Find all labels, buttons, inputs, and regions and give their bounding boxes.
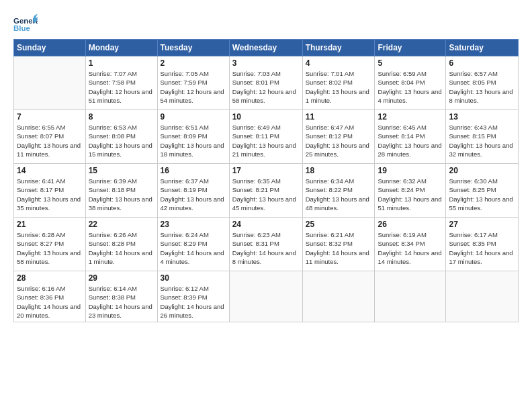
calendar-cell: 27Sunrise: 6:17 AMSunset: 8:35 PMDayligh… (446, 218, 519, 271)
calendar-cell: 8Sunrise: 6:53 AMSunset: 8:08 PMDaylight… (85, 110, 157, 164)
calendar-cell: 15Sunrise: 6:39 AMSunset: 8:18 PMDayligh… (85, 164, 157, 218)
day-number: 26 (378, 220, 443, 229)
calendar-week-2: 7Sunrise: 6:55 AMSunset: 8:07 PMDaylight… (14, 110, 519, 164)
day-number: 24 (232, 220, 300, 229)
day-number: 9 (161, 112, 226, 122)
calendar-cell: 24Sunrise: 6:23 AMSunset: 8:31 PMDayligh… (229, 218, 302, 271)
calendar-cell (446, 271, 519, 322)
calendar-header-sunday: Sunday (14, 40, 86, 56)
day-number: 23 (161, 220, 226, 229)
calendar-week-3: 14Sunrise: 6:41 AMSunset: 8:17 PMDayligh… (14, 164, 519, 218)
calendar-cell: 26Sunrise: 6:19 AMSunset: 8:34 PMDayligh… (375, 218, 446, 271)
calendar-header-saturday: Saturday (446, 40, 519, 56)
calendar-cell (14, 56, 86, 110)
logo-icon: General Blue (13, 13, 38, 34)
day-info: Sunrise: 6:51 AMSunset: 8:09 PMDaylight:… (161, 123, 226, 158)
calendar-cell: 7Sunrise: 6:55 AMSunset: 8:07 PMDaylight… (14, 110, 86, 164)
day-number: 8 (89, 112, 154, 122)
calendar-cell: 5Sunrise: 6:59 AMSunset: 8:04 PMDaylight… (375, 56, 446, 110)
calendar-cell: 9Sunrise: 6:51 AMSunset: 8:09 PMDaylight… (157, 110, 229, 164)
day-info: Sunrise: 6:32 AMSunset: 8:24 PMDaylight:… (378, 177, 443, 212)
calendar-cell: 19Sunrise: 6:32 AMSunset: 8:24 PMDayligh… (375, 164, 446, 218)
day-number: 3 (232, 58, 300, 68)
calendar-week-4: 21Sunrise: 6:28 AMSunset: 8:27 PMDayligh… (14, 218, 519, 271)
calendar-cell: 21Sunrise: 6:28 AMSunset: 8:27 PMDayligh… (14, 218, 86, 271)
day-info: Sunrise: 6:57 AMSunset: 8:05 PMDaylight:… (449, 69, 515, 105)
day-number: 1 (89, 58, 154, 68)
day-info: Sunrise: 7:05 AMSunset: 7:59 PMDaylight:… (161, 69, 226, 105)
day-number: 25 (306, 220, 372, 229)
day-number: 27 (449, 220, 515, 229)
day-info: Sunrise: 6:30 AMSunset: 8:25 PMDaylight:… (449, 177, 515, 212)
calendar-cell: 3Sunrise: 7:03 AMSunset: 8:01 PMDaylight… (229, 56, 302, 110)
day-info: Sunrise: 6:14 AMSunset: 8:38 PMDaylight:… (89, 284, 154, 320)
calendar-cell: 16Sunrise: 6:37 AMSunset: 8:19 PMDayligh… (157, 164, 229, 218)
calendar-cell: 25Sunrise: 6:21 AMSunset: 8:32 PMDayligh… (302, 218, 375, 271)
day-info: Sunrise: 6:47 AMSunset: 8:12 PMDaylight:… (306, 123, 372, 158)
day-info: Sunrise: 6:59 AMSunset: 8:04 PMDaylight:… (378, 69, 443, 105)
calendar-header-row: SundayMondayTuesdayWednesdayThursdayFrid… (14, 40, 519, 56)
day-info: Sunrise: 6:35 AMSunset: 8:21 PMDaylight:… (232, 177, 300, 212)
calendar: SundayMondayTuesdayWednesdayThursdayFrid… (13, 39, 519, 322)
calendar-cell: 4Sunrise: 7:01 AMSunset: 8:02 PMDaylight… (302, 56, 375, 110)
day-number: 5 (378, 58, 443, 68)
svg-text:Blue: Blue (13, 24, 30, 32)
day-info: Sunrise: 6:37 AMSunset: 8:19 PMDaylight:… (161, 177, 226, 212)
logo: General Blue (13, 13, 38, 34)
day-number: 16 (161, 166, 226, 175)
calendar-header-tuesday: Tuesday (157, 40, 229, 56)
day-info: Sunrise: 6:21 AMSunset: 8:32 PMDaylight:… (306, 230, 372, 266)
day-number: 7 (17, 112, 83, 122)
day-info: Sunrise: 6:12 AMSunset: 8:39 PMDaylight:… (161, 284, 226, 320)
day-info: Sunrise: 6:23 AMSunset: 8:31 PMDaylight:… (232, 230, 300, 266)
day-info: Sunrise: 6:19 AMSunset: 8:34 PMDaylight:… (378, 230, 443, 266)
calendar-cell: 13Sunrise: 6:43 AMSunset: 8:15 PMDayligh… (446, 110, 519, 164)
calendar-cell (302, 271, 375, 322)
day-number: 17 (232, 166, 300, 175)
day-info: Sunrise: 6:45 AMSunset: 8:14 PMDaylight:… (378, 123, 443, 158)
calendar-header-monday: Monday (85, 40, 157, 56)
day-info: Sunrise: 6:55 AMSunset: 8:07 PMDaylight:… (17, 123, 83, 158)
calendar-cell: 30Sunrise: 6:12 AMSunset: 8:39 PMDayligh… (157, 271, 229, 322)
day-number: 29 (89, 273, 154, 283)
calendar-cell: 23Sunrise: 6:24 AMSunset: 8:29 PMDayligh… (157, 218, 229, 271)
calendar-cell: 10Sunrise: 6:49 AMSunset: 8:11 PMDayligh… (229, 110, 302, 164)
calendar-cell: 18Sunrise: 6:34 AMSunset: 8:22 PMDayligh… (302, 164, 375, 218)
calendar-header-wednesday: Wednesday (229, 40, 302, 56)
header: General Blue (13, 13, 519, 34)
day-number: 22 (89, 220, 154, 229)
day-info: Sunrise: 6:53 AMSunset: 8:08 PMDaylight:… (89, 123, 154, 158)
day-info: Sunrise: 6:28 AMSunset: 8:27 PMDaylight:… (17, 230, 83, 266)
day-number: 2 (161, 58, 226, 68)
day-info: Sunrise: 7:01 AMSunset: 8:02 PMDaylight:… (306, 69, 372, 105)
day-info: Sunrise: 6:41 AMSunset: 8:17 PMDaylight:… (17, 177, 83, 212)
calendar-header-thursday: Thursday (302, 40, 375, 56)
day-number: 6 (449, 58, 515, 68)
calendar-cell: 14Sunrise: 6:41 AMSunset: 8:17 PMDayligh… (14, 164, 86, 218)
calendar-cell (375, 271, 446, 322)
page: General Blue SundayMondayTuesdayWednesda… (0, 0, 532, 411)
day-number: 18 (306, 166, 372, 175)
day-info: Sunrise: 6:34 AMSunset: 8:22 PMDaylight:… (306, 177, 372, 212)
calendar-week-5: 28Sunrise: 6:16 AMSunset: 8:36 PMDayligh… (14, 271, 519, 322)
day-number: 4 (306, 58, 372, 68)
day-info: Sunrise: 7:07 AMSunset: 7:58 PMDaylight:… (89, 69, 154, 105)
day-number: 11 (306, 112, 372, 122)
calendar-cell (229, 271, 302, 322)
day-info: Sunrise: 6:49 AMSunset: 8:11 PMDaylight:… (232, 123, 300, 158)
calendar-cell: 6Sunrise: 6:57 AMSunset: 8:05 PMDaylight… (446, 56, 519, 110)
day-info: Sunrise: 6:43 AMSunset: 8:15 PMDaylight:… (449, 123, 515, 158)
day-number: 30 (161, 273, 226, 283)
calendar-cell: 11Sunrise: 6:47 AMSunset: 8:12 PMDayligh… (302, 110, 375, 164)
day-number: 15 (89, 166, 154, 175)
day-info: Sunrise: 6:24 AMSunset: 8:29 PMDaylight:… (161, 230, 226, 266)
calendar-cell: 20Sunrise: 6:30 AMSunset: 8:25 PMDayligh… (446, 164, 519, 218)
calendar-cell: 17Sunrise: 6:35 AMSunset: 8:21 PMDayligh… (229, 164, 302, 218)
day-number: 14 (17, 166, 83, 175)
day-info: Sunrise: 6:17 AMSunset: 8:35 PMDaylight:… (449, 230, 515, 266)
calendar-cell: 28Sunrise: 6:16 AMSunset: 8:36 PMDayligh… (14, 271, 86, 322)
day-number: 21 (17, 220, 83, 229)
day-number: 10 (232, 112, 300, 122)
calendar-cell: 22Sunrise: 6:26 AMSunset: 8:28 PMDayligh… (85, 218, 157, 271)
day-number: 28 (17, 273, 83, 283)
